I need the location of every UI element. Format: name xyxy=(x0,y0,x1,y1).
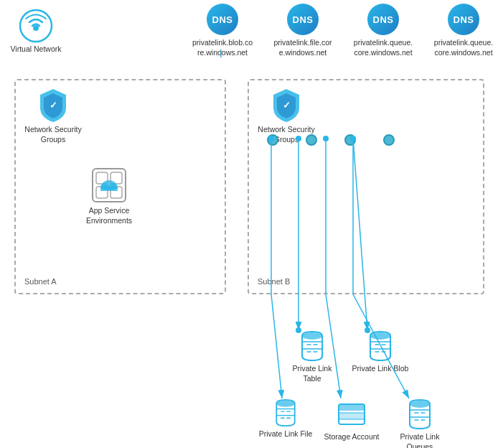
private-link-file-icon: Private Link File xyxy=(257,398,314,439)
nsg-icon-a: ✓ Network SecurityGroups xyxy=(24,88,82,144)
dns-item-4: DNS privatelink.queue.core.windows.net xyxy=(431,4,496,57)
svg-rect-24 xyxy=(339,413,365,419)
dns-item-1: DNS privatelink.blob.core.windows.net xyxy=(190,4,255,57)
private-link-queues-icon: Private LinkQueues xyxy=(391,398,448,448)
endpoint-3 xyxy=(344,134,356,146)
subnet-b: ✓ Network SecurityGroups Subnet B xyxy=(248,79,484,294)
endpoint-row xyxy=(267,134,395,146)
private-link-table-icon: Private Link Table xyxy=(283,330,341,383)
nsg-label-a: Network SecurityGroups xyxy=(24,125,81,144)
dns-label-2: privatelink.file.core.windows.net xyxy=(273,38,332,57)
private-link-table-label: Private Link Table xyxy=(283,364,341,383)
dns-icon-2: DNS xyxy=(287,4,319,35)
subnet-b-label: Subnet B xyxy=(258,277,290,286)
dns-label-1: privatelink.blob.core.windows.net xyxy=(192,38,253,57)
subnet-a: ✓ Network SecurityGroups App ServiceEnvi… xyxy=(14,79,226,294)
ase-icon: App ServiceEnvironments xyxy=(80,167,138,225)
private-link-blob-label: Private Link Blob xyxy=(352,364,409,374)
svg-text:✓: ✓ xyxy=(283,100,291,111)
dns-icon-3: DNS xyxy=(367,4,399,35)
private-link-blob-icon: Private Link Blob xyxy=(352,330,409,374)
storage-account-label: Storage Account xyxy=(324,432,379,442)
svg-point-27 xyxy=(410,401,430,408)
virtual-network-label: Virtual Network xyxy=(11,45,62,55)
svg-point-13 xyxy=(302,332,322,340)
storage-account-icon: Storage Account xyxy=(323,398,380,442)
endpoint-4 xyxy=(383,134,395,146)
ase-label: App ServiceEnvironments xyxy=(86,206,132,225)
svg-text:✓: ✓ xyxy=(50,100,57,111)
private-link-queues-label: Private LinkQueues xyxy=(400,432,440,448)
svg-rect-23 xyxy=(339,404,365,411)
dns-row: DNS privatelink.blob.core.windows.net DN… xyxy=(190,4,496,57)
svg-point-19 xyxy=(276,401,294,407)
virtual-network-icon: Virtual Network xyxy=(7,7,65,55)
dns-label-3: privatelink.queue.core.windows.net xyxy=(354,38,413,57)
dns-icon-1: DNS xyxy=(207,4,238,35)
subnet-a-label: Subnet A xyxy=(24,277,57,286)
dns-icon-4: DNS xyxy=(448,4,479,35)
svg-rect-11 xyxy=(100,187,118,191)
endpoint-2 xyxy=(306,134,317,146)
dns-item-3: DNS privatelink.queue.core.windows.net xyxy=(351,4,415,57)
dns-item-2: DNS privatelink.file.core.windows.net xyxy=(271,4,335,57)
svg-point-16 xyxy=(370,332,390,340)
svg-point-1 xyxy=(33,25,39,31)
svg-line-33 xyxy=(271,294,282,398)
private-link-file-label: Private Link File xyxy=(259,429,313,439)
dns-label-4: privatelink.queue.core.windows.net xyxy=(434,38,493,57)
endpoint-1 xyxy=(267,134,278,146)
